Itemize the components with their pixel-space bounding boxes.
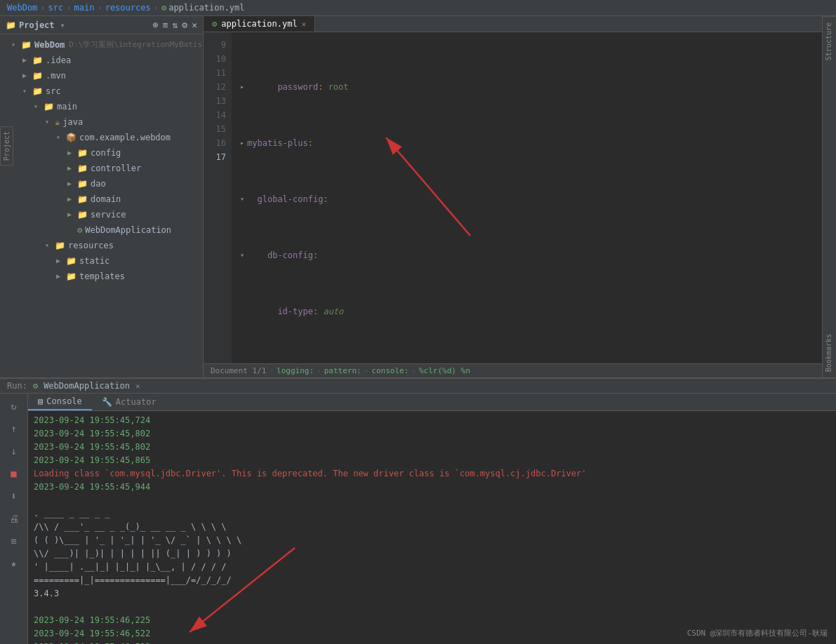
breadcrumb-file: ⚙ application.yml — [161, 3, 245, 13]
up-button[interactable]: ↑ — [4, 419, 25, 438]
project-tree: ▾ 📁 WebDom D:\学习案例\integrationMyBatis\We… — [0, 34, 203, 377]
breadcrumb-resources[interactable]: resources — [105, 3, 151, 13]
print-button[interactable]: 🖨 — [4, 509, 25, 528]
tree-item-templates[interactable]: ▶ 📁 templates — [0, 269, 203, 284]
tree-item-config[interactable]: ▶ 📁 config — [0, 145, 203, 161]
structure-tab[interactable]: Structure — [823, 16, 836, 66]
tree-item-java[interactable]: ▾ ☕ java — [0, 114, 203, 130]
project-sidebar: 📁 Project ▾ ⊕ ≡ ⇅ ⚙ ✕ ▾ 📁 W — [0, 16, 204, 377]
breadcrumb-webdom[interactable]: WebDom — [7, 3, 37, 13]
run-toolbar: ↻ ↑ ↓ ■ ⬇ 🖨 ≡ ★ — [0, 394, 28, 644]
tree-item-mvn[interactable]: ▶ 📁 .mvn — [0, 68, 203, 83]
editor-area: ⚙ application.yml ✕ 9 10 11 12 13 14 — [204, 16, 822, 377]
right-side-tabs: Structure Bookmarks — [822, 16, 836, 377]
sidebar-toolbar: ⊕ ≡ ⇅ ⚙ ✕ — [153, 20, 197, 30]
menu-button[interactable]: ≡ — [4, 531, 25, 551]
tab-close-icon[interactable]: ✕ — [302, 20, 307, 29]
console-output: 2023-09-24 19:55:45,724 2023-09-24 19:55… — [28, 411, 836, 644]
console-line-version: 3.4.3 — [28, 587, 836, 601]
rerun-button[interactable]: ↻ — [4, 396, 25, 416]
tab-actuator[interactable]: 🔧 Actuator — [92, 394, 166, 410]
code-content: ▸ password: root ▸ mybatis-plus: ▾ globa… — [232, 32, 822, 363]
console-line: 2023-09-24 19:55:45,865 — [28, 454, 836, 467]
code-line-12: ▾ db-config: — [240, 248, 822, 262]
panel-with-toolbar: ↻ ↑ ↓ ■ ⬇ 🖨 ≡ ★ ▤ Console 🔧 — [0, 394, 836, 644]
console-line — [28, 601, 836, 614]
sidebar-header: 📁 Project ▾ ⊕ ≡ ⇅ ⚙ ✕ — [0, 16, 203, 34]
console-line-warning: Loading class `com.mysql.jdbc.Driver'. T… — [28, 467, 836, 481]
tree-item-webdom[interactable]: ▾ 📁 WebDom D:\学习案例\integrationMyBatis\We… — [0, 37, 203, 53]
console-line: 2023-09-24 19:55:46,522 — [28, 640, 836, 644]
stop-button[interactable]: ■ — [4, 464, 25, 483]
tree-item-domain[interactable]: ▶ 📁 domain — [0, 192, 203, 207]
tree-item-src[interactable]: ▾ 📁 src — [0, 83, 203, 99]
run-label: Run: — [7, 381, 27, 391]
editor-breadcrumb: Document 1/1 › logging: › pattern: › con… — [204, 363, 822, 377]
editor-tabs: ⚙ application.yml ✕ — [204, 16, 822, 32]
line-numbers: 9 10 11 12 13 14 15 16 17 — [204, 32, 232, 363]
tree-item-dao[interactable]: ▶ 📁 dao — [0, 176, 203, 192]
console-line: ( ( )\___ | '_ | '_| | '_ \/ _` | \ \ \ … — [28, 534, 836, 547]
tree-item-idea[interactable]: ▶ 📁 .idea — [0, 53, 203, 68]
down-button[interactable]: ↓ — [4, 441, 25, 461]
code-line-9: ▸ password: root — [240, 80, 822, 94]
run-app-name[interactable]: WebDomApplication — [44, 381, 130, 391]
panel-main: ▤ Console 🔧 Actuator 2023-09-24 19:55:45… — [28, 394, 836, 644]
tree-item-controller[interactable]: ▶ 📁 controller — [0, 161, 203, 176]
code-line-14: ▾ # 设置日志的模板格式 — [240, 361, 822, 363]
project-side-tab[interactable]: Project — [0, 126, 13, 166]
code-line-13: ▾ id-type: auto — [240, 304, 822, 318]
tree-item-main[interactable]: ▾ 📁 main — [0, 99, 203, 114]
sort-icon[interactable]: ⇅ — [173, 20, 178, 30]
console-line: 2023-09-24 19:55:46,225 — [28, 614, 836, 627]
sidebar-title: 📁 Project ▾ — [6, 20, 65, 30]
bookmarks-tab[interactable]: Bookmarks — [823, 328, 836, 377]
bottom-panel: Run: ⚙ WebDomApplication ✕ ↻ ↑ ↓ ■ ⬇ 🖨 ≡… — [0, 377, 836, 644]
collapse-icon[interactable]: ≡ — [163, 20, 168, 30]
breadcrumb: WebDom › src › main › resources › ⚙ appl… — [0, 0, 836, 16]
watermark: CSDN @深圳市有德者科技有限公司-耿瑞 — [687, 628, 828, 638]
actuator-icon: 🔧 — [102, 397, 112, 407]
tab-application-yml[interactable]: ⚙ application.yml ✕ — [204, 16, 315, 32]
breadcrumb-src[interactable]: src — [48, 3, 64, 13]
tree-item-webdomapp[interactable]: ▶ ⚙ WebDomApplication — [0, 222, 203, 238]
close-sidebar-icon[interactable]: ✕ — [192, 20, 197, 30]
tree-item-service[interactable]: ▶ 📁 service — [0, 207, 203, 222]
tree-item-resources[interactable]: ▾ 📁 resources — [0, 238, 203, 253]
settings-icon[interactable]: ⚙ — [182, 20, 187, 30]
console-line: . ____ _ __ _ _ — [28, 507, 836, 521]
console-icon: ▤ — [38, 396, 43, 406]
tree-item-static[interactable]: ▶ 📁 static — [0, 253, 203, 269]
run-bar: Run: ⚙ WebDomApplication ✕ — [0, 379, 836, 394]
tab-console[interactable]: ▤ Console — [28, 394, 92, 410]
tree-item-package[interactable]: ▾ 📦 com.example.webdom — [0, 130, 203, 145]
console-line: 2023-09-24 19:55:45,802 — [28, 441, 836, 454]
console-line: =========|_|==============|___/=/_/_/_/ — [28, 574, 836, 587]
star-button[interactable]: ★ — [4, 554, 25, 573]
run-app-icon: ⚙ — [33, 381, 38, 391]
code-line-11: ▾ global-config: — [240, 192, 822, 206]
pin-button[interactable]: ⬇ — [4, 486, 25, 506]
code-line-10: ▸ mybatis-plus: — [240, 136, 822, 150]
panel-tabs: ▤ Console 🔧 Actuator — [28, 394, 836, 411]
console-line: 2023-09-24 19:55:45,724 — [28, 414, 836, 427]
editor-content[interactable]: 9 10 11 12 13 14 15 16 17 ▸ — [204, 32, 822, 363]
console-line: 2023-09-24 19:55:45,802 — [28, 427, 836, 441]
breadcrumb-main[interactable]: main — [74, 3, 95, 13]
locate-icon[interactable]: ⊕ — [153, 20, 159, 30]
console-line — [28, 494, 836, 507]
console-line: ' |____| .__|_| |_|_| |_\__, | / / / / — [28, 561, 836, 574]
console-line: \\/ ___)| |_)| | | | | || (_| | ) ) ) ) — [28, 547, 836, 561]
run-close-icon[interactable]: ✕ — [135, 382, 140, 391]
console-line: 2023-09-24 19:55:45,944 — [28, 481, 836, 494]
console-line: /\\ / ___'_ __ _ _(_)_ __ __ _ \ \ \ \ — [28, 521, 836, 534]
code-editor: 9 10 11 12 13 14 15 16 17 ▸ — [204, 32, 822, 363]
